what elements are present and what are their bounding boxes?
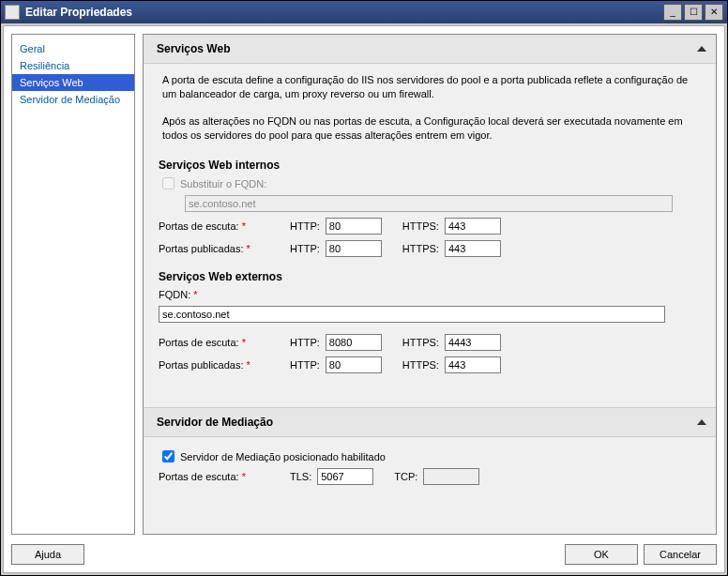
section-title-mediation: Servidor de Mediação: [151, 416, 697, 429]
chevron-up-icon: [697, 46, 706, 52]
external-pub-https-input[interactable]: [445, 356, 501, 373]
section-title-web: Serviços Web: [151, 42, 697, 55]
footer: Ajuda OK Cancelar: [11, 544, 717, 565]
internal-listen-label: Portas de escuta: *: [159, 220, 281, 232]
maximize-button[interactable]: ☐: [684, 4, 703, 21]
app-icon: [5, 5, 20, 20]
section-body-web: A porta de escuta define a configuração …: [144, 64, 716, 390]
internal-listen-http-input[interactable]: [326, 218, 382, 235]
nav-item-servidor-mediacao[interactable]: Servidor de Mediação: [12, 91, 134, 108]
https-label: HTTPS:: [402, 220, 439, 232]
external-fqdn-row: [159, 306, 701, 323]
internal-pub-https-input[interactable]: [445, 240, 501, 257]
https-label-3: HTTPS:: [402, 337, 439, 348]
external-listen-row: Portas de escuta: * HTTP: HTTPS:: [159, 334, 701, 351]
window: Editar Propriedades _ ☐ ✕ Geral Resiliên…: [0, 0, 728, 576]
cancel-button[interactable]: Cancelar: [644, 544, 717, 565]
external-fqdn-label-row: FQDN: *: [159, 289, 701, 300]
external-listen-https-input[interactable]: [445, 334, 501, 351]
mediation-enabled-label: Servidor de Mediação posicionado habilit…: [180, 451, 386, 462]
window-title: Editar Propriedades: [25, 6, 663, 19]
section-body-mediation: Servidor de Mediação posicionado habilit…: [144, 437, 716, 502]
mediation-listen-row: Portas de escuta: * TLS: TCP:: [159, 468, 701, 485]
client-area: Geral Resiliência Serviços Web Servidor …: [3, 25, 725, 573]
titlebar: Editar Propriedades _ ☐ ✕: [1, 1, 727, 23]
external-published-row: Portas publicadas: * HTTP: HTTPS:: [159, 356, 701, 373]
nav-item-geral[interactable]: Geral: [12, 40, 134, 57]
https-label-2: HTTPS:: [402, 243, 439, 254]
mediation-enabled-checkbox[interactable]: [162, 450, 174, 462]
nav-sidebar: Geral Resiliência Serviços Web Servidor …: [11, 34, 135, 535]
subhead-external: Serviços Web externos: [159, 270, 701, 283]
external-listen-label: Portas de escuta: *: [159, 337, 281, 348]
close-button[interactable]: ✕: [705, 4, 723, 21]
override-fqdn-checkbox[interactable]: [162, 177, 174, 189]
internal-fqdn-row: [159, 195, 701, 212]
http-label-3: HTTP:: [290, 337, 320, 348]
external-pub-http-input[interactable]: [326, 356, 382, 373]
external-fqdn-input[interactable]: [159, 306, 665, 323]
external-published-label: Portas publicadas: *: [159, 359, 281, 371]
help-button[interactable]: Ajuda: [11, 544, 84, 565]
section-header-mediation[interactable]: Servidor de Mediação: [144, 408, 716, 437]
http-label: HTTP:: [290, 220, 320, 232]
internal-published-row: Portas publicadas: * HTTP: HTTPS:: [159, 240, 701, 257]
nav-item-resiliencia[interactable]: Resiliência: [12, 57, 134, 74]
window-controls: _ ☐ ✕: [663, 4, 723, 21]
http-label-4: HTTP:: [290, 359, 320, 371]
web-desc-2: Após as alterações no FQDN ou nas portas…: [159, 105, 701, 146]
mediation-listen-label: Portas de escuta: *: [159, 471, 281, 482]
https-label-4: HTTPS:: [402, 359, 439, 371]
nav-item-servicos-web[interactable]: Serviços Web: [12, 74, 134, 91]
internal-listen-row: Portas de escuta: * HTTP: HTTPS:: [159, 218, 701, 235]
body-area: Geral Resiliência Serviços Web Servidor …: [11, 34, 717, 535]
internal-pub-http-input[interactable]: [326, 240, 382, 257]
external-fqdn-label: FQDN: *: [159, 289, 198, 300]
override-fqdn-label: Substituir o FQDN:: [180, 178, 266, 189]
chevron-up-icon-2: [697, 419, 706, 425]
main-panel: Serviços Web A porta de escuta define a …: [143, 34, 717, 535]
tls-label: TLS:: [290, 471, 311, 482]
minimize-button[interactable]: _: [663, 4, 682, 21]
http-label-2: HTTP:: [290, 243, 320, 254]
web-desc-1: A porta de escuta define a configuração …: [159, 64, 701, 105]
subhead-internal: Serviços Web internos: [159, 159, 701, 172]
section-header-web[interactable]: Serviços Web: [144, 35, 716, 64]
tcp-label: TCP:: [394, 471, 417, 482]
external-listen-http-input[interactable]: [326, 334, 382, 351]
mediation-enabled-row: Servidor de Mediação posicionado habilit…: [162, 450, 701, 462]
ok-button[interactable]: OK: [565, 544, 638, 565]
mediation-tcp-input: [423, 468, 479, 485]
internal-fqdn-input: [185, 195, 673, 212]
override-fqdn-row: Substituir o FQDN:: [162, 177, 701, 189]
internal-listen-https-input[interactable]: [445, 218, 501, 235]
mediation-tls-input[interactable]: [317, 468, 373, 485]
internal-published-label: Portas publicadas: *: [159, 243, 281, 254]
